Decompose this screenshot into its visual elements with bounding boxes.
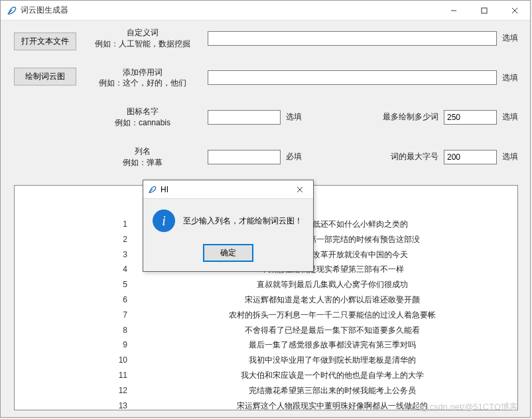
input-max-words[interactable] — [444, 110, 497, 125]
tag-icon-name: 选填 — [286, 111, 302, 123]
input-column[interactable] — [208, 150, 281, 164]
row-text: 我初中没毕业用了年做到院长助理老板是清华的 — [154, 353, 511, 368]
row-number: 11 — [21, 368, 154, 383]
maximize-button[interactable] — [469, 1, 499, 20]
table-row: 9最后一集了感觉很多故事都没讲完有第三季对吗 — [21, 337, 511, 353]
draw-cloud-button[interactable]: 绘制词云图 — [14, 68, 76, 86]
dialog-body: i 至少输入列名，才能绘制词云图！ — [143, 199, 313, 239]
dialog-app-icon — [147, 185, 157, 194]
row-text: 宋运辉都知道是老丈人害的小辉以后谁还敢娶开颜 — [154, 292, 511, 308]
table-row: 7农村的拆头一万利息一年一千二只要能信的过没人着急要帐 — [21, 308, 511, 323]
dialog-title: HI — [161, 185, 168, 194]
table-row: 8不舍得看了已经是最后一集下部不知道要多久能看 — [21, 323, 511, 338]
tag-stop-words: 选填 — [502, 72, 518, 84]
row-number: 5 — [21, 277, 154, 292]
info-dialog: HI i 至少输入列名，才能绘制词云图！ 确定 — [143, 180, 314, 272]
input-icon-name[interactable] — [208, 110, 281, 125]
row-text: 不舍得看了已经是最后一集下部不知道要多久能看 — [154, 323, 511, 338]
table-row: 12完结撒花希望第三部出来的时候我能考上公务员 — [21, 383, 511, 398]
svg-rect-2 — [482, 8, 487, 13]
dialog-close-button[interactable] — [287, 184, 313, 195]
tag-custom-words: 选填 — [502, 32, 518, 44]
row-icon-maxwords: 图标名字 例如：cannabis 选填 最多绘制多少词 选填 — [83, 106, 518, 129]
row-number: 7 — [21, 308, 154, 323]
row-number: 6 — [21, 292, 154, 308]
row-number: 9 — [21, 337, 154, 353]
side-buttons: 打开文本文件 绘制词云图 — [14, 32, 76, 86]
row-number: 10 — [21, 353, 154, 368]
window-controls — [438, 1, 530, 20]
form-area: 自定义词 例如：人工智能，数据挖掘 选填 添加停用词 例如：这个，好的，他们 选… — [83, 27, 518, 185]
table-row: 10我初中没毕业用了年做到院长助理老板是清华的 — [21, 353, 511, 368]
input-stop-words[interactable] — [208, 70, 497, 85]
minimize-button[interactable] — [438, 1, 469, 20]
label-icon-name: 图标名字 例如：cannabis — [83, 106, 202, 129]
tag-column: 必填 — [286, 151, 302, 162]
label-column: 列名 例如：弹幕 — [83, 146, 202, 168]
row-text: 我大伯和宋应该是一个时代的他也是自学考上的大学 — [154, 368, 511, 383]
input-custom-words[interactable] — [208, 31, 497, 46]
row-number: 8 — [21, 323, 154, 338]
label-custom-words: 自定义词 例如：人工智能，数据挖掘 — [83, 27, 202, 50]
app-icon — [6, 5, 17, 16]
titlebar: 词云图生成器 — [1, 1, 530, 21]
label-max-font: 词的最大字号 — [372, 151, 438, 162]
row-number: 1 — [21, 217, 154, 232]
watermark: blog.csdn.net/@51CTO博客 — [411, 401, 518, 413]
label-max-words: 最多绘制多少词 — [372, 111, 438, 123]
label-stop-words: 添加停用词 例如：这个，好的，他们 — [83, 67, 202, 90]
window-title: 词云图生成器 — [21, 5, 68, 16]
table-row: 6宋运辉都知道是老丈人害的小辉以后谁还敢娶开颜 — [21, 292, 511, 308]
tag-max-font: 选填 — [502, 151, 518, 162]
open-file-button[interactable]: 打开文本文件 — [14, 32, 76, 50]
row-number: 13 — [21, 398, 154, 410]
close-button[interactable] — [499, 1, 530, 20]
row-number: 4 — [21, 262, 154, 277]
main-window: 词云图生成器 打开文本文件 绘制词云图 自定义词 例如：人工智能，数据挖掘 选填 — [0, 0, 531, 418]
row-number: 2 — [21, 232, 154, 247]
row-stop-words: 添加停用词 例如：这个，好的，他们 选填 — [83, 67, 518, 90]
info-icon: i — [153, 210, 175, 232]
row-custom-words: 自定义词 例如：人工智能，数据挖掘 选填 — [83, 27, 518, 50]
row-text: 完结撒花希望第三部出来的时候我能考上公务员 — [154, 383, 511, 398]
table-row: 5直叔就等到最后几集戳人心窝子你们很成功 — [21, 277, 511, 292]
dialog-message: 至少输入列名，才能绘制词云图！ — [183, 215, 302, 227]
dialog-buttons: 确定 — [143, 239, 313, 271]
row-number: 12 — [21, 383, 154, 398]
dialog-ok-button[interactable]: 确定 — [203, 244, 253, 262]
row-text: 直叔就等到最后几集戳人心窝子你们很成功 — [154, 277, 511, 292]
row-text: 农村的拆头一万利息一年一千二只要能信的过没人着急要帐 — [154, 308, 511, 323]
row-number: 3 — [21, 247, 154, 263]
row-text: 最后一集了感觉很多故事都没讲完有第三季对吗 — [154, 337, 511, 353]
dialog-titlebar: HI — [143, 180, 313, 199]
table-row: 11我大伯和宋应该是一个时代的他也是自学考上的大学 — [21, 368, 511, 383]
tag-max-words: 选填 — [502, 111, 518, 123]
row-column-maxfont: 列名 例如：弹幕 必填 词的最大字号 选填 — [83, 146, 518, 168]
input-max-font[interactable] — [444, 150, 497, 164]
